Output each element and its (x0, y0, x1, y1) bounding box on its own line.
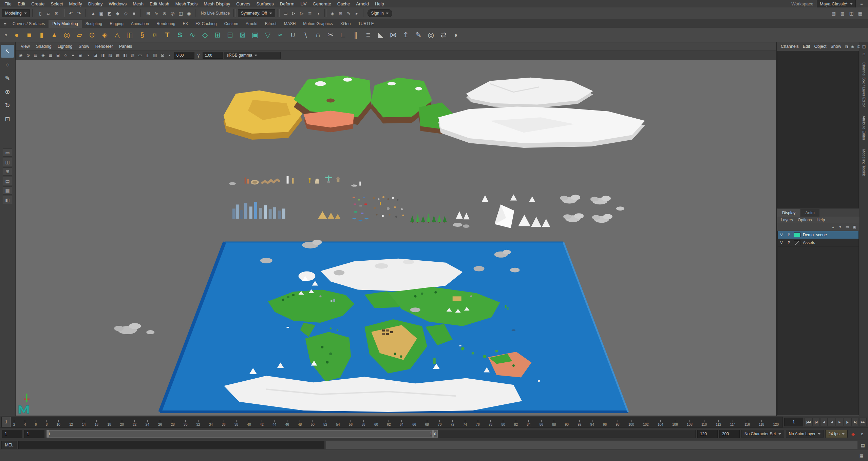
layout-custom-button[interactable]: ◧ (3, 196, 12, 204)
menu-arnold[interactable]: Arnold (353, 1, 372, 7)
pin-panel-icon[interactable]: ⊙ (861, 51, 867, 57)
timeline-tick[interactable]: 38 (234, 420, 238, 426)
timeline-tick[interactable]: 76 (476, 420, 480, 426)
menu-mesh[interactable]: Mesh (130, 1, 147, 7)
fps-selector[interactable]: 24 fps (825, 430, 848, 438)
vp-menu-panels[interactable]: Panels (116, 43, 135, 49)
select-tool[interactable]: ↖ (1, 45, 14, 58)
paint-effects-icon[interactable]: ✎ (345, 9, 353, 17)
snap-view-plane-icon[interactable]: ◫ (177, 9, 185, 17)
timeline-tick[interactable]: 22 (133, 420, 136, 426)
smooth-button[interactable]: ≈ (275, 29, 286, 40)
playback-start-field[interactable]: 1 (24, 430, 44, 438)
command-language-toggle[interactable]: MEL (1, 441, 17, 449)
range-start-handle[interactable] (46, 430, 49, 438)
render-current-frame-icon[interactable]: ⊳ (290, 9, 298, 17)
gamma-field[interactable]: 1.00 (203, 52, 223, 59)
type-tool-button[interactable]: T (162, 29, 173, 40)
cb-menu-channels[interactable]: Channels (779, 43, 801, 49)
layer-playback-toggle[interactable]: P (785, 241, 793, 245)
channel-box-empty-area[interactable] (777, 51, 859, 208)
textured-icon[interactable]: ▣ (77, 52, 84, 59)
timeline-tick[interactable]: 28 (171, 420, 175, 426)
vp-menu-show[interactable]: Show (76, 43, 92, 49)
menu-edit-mesh[interactable]: Edit Mesh (147, 1, 172, 7)
reduce-button[interactable]: ▽ (262, 29, 273, 40)
select-mask-edge-icon[interactable]: ◇ (122, 9, 130, 17)
camera-attributes-icon[interactable]: ▤ (32, 52, 39, 59)
step-back-key-button[interactable]: |◀ (812, 418, 820, 426)
bridge-button[interactable]: ⋈ (388, 29, 399, 40)
svg-tool-button[interactable]: S (174, 29, 185, 40)
animation-preferences-icon[interactable]: ¤ (858, 430, 866, 438)
redo-icon[interactable]: ↷ (75, 9, 83, 17)
layer-tab-display[interactable]: Display (777, 209, 800, 217)
side-tab-modeling-toolkit[interactable]: Modeling Toolkit (862, 147, 866, 178)
poly-torus-button[interactable]: ◎ (61, 29, 72, 40)
timeline-ruler[interactable]: 2 4 6 8 10 12 (1, 417, 783, 427)
extrude-button[interactable]: ↥ (400, 29, 411, 40)
timeline-tick[interactable]: 64 (400, 420, 403, 426)
extract-button[interactable]: ⊠ (237, 29, 248, 40)
shelf-tab-sculpting[interactable]: Sculpting (82, 20, 106, 28)
timeline-tick[interactable]: 2 (13, 420, 15, 426)
lone-cloud[interactable] (114, 323, 154, 334)
menu-mesh-tools[interactable]: Mesh Tools (172, 1, 201, 7)
motion-blur-icon[interactable]: ▨ (107, 52, 114, 59)
shelf-tab-fx[interactable]: FX (179, 20, 192, 28)
cb-menu-show[interactable]: Show (829, 43, 843, 49)
step-forward-key-button[interactable]: ▶| (851, 418, 859, 426)
quad-draw-button[interactable]: ✎ (413, 29, 424, 40)
shelf-tab-bifrost[interactable]: Bifrost (261, 20, 280, 28)
timeline-tick[interactable]: 88 (552, 420, 556, 426)
timeline-tick[interactable]: 44 (272, 420, 276, 426)
world-map-model[interactable] (160, 240, 628, 412)
menu-cache[interactable]: Cache (334, 1, 353, 7)
timeline-tick[interactable]: 82 (514, 420, 518, 426)
new-scene-icon[interactable]: ▯ (37, 9, 44, 17)
timeline-tick[interactable]: 6 (35, 420, 37, 426)
save-scene-icon[interactable]: ⊡ (53, 9, 60, 17)
shelf-tab-fx-caching[interactable]: FX Caching (192, 20, 221, 28)
layout-hypershade-button[interactable]: ▦ (3, 186, 12, 195)
lights-icon[interactable]: ◑ (84, 52, 91, 59)
ipr-render-icon[interactable]: ▷ (298, 9, 306, 17)
timeline-tick[interactable]: 20 (120, 420, 124, 426)
asset-trees[interactable] (410, 213, 447, 223)
toggle-channel-box-icon[interactable]: ▦ (856, 9, 864, 17)
layer-name[interactable]: Demo_scene (801, 233, 827, 237)
combine-button[interactable]: ⊞ (212, 29, 223, 40)
workspace-selector[interactable]: Maya Classic* (817, 0, 856, 8)
timeline-tick[interactable]: 58 (361, 420, 365, 426)
timeline-tick[interactable]: 30 (184, 420, 187, 426)
shelf-tab-motion-graphics[interactable]: Motion Graphics (299, 20, 336, 28)
select-camera-icon[interactable]: ◉ (17, 52, 24, 59)
asset-animals[interactable] (373, 196, 404, 218)
rotate-tool[interactable]: ↻ (1, 99, 14, 112)
shelf-options-icon[interactable]: ¤ (2, 31, 10, 39)
terrain-yellow-island[interactable] (224, 91, 302, 140)
sign-in-button[interactable]: Sign In (367, 9, 392, 17)
step-back-frame-button[interactable]: ◀| (820, 418, 828, 426)
viewport-canvas[interactable] (16, 60, 776, 416)
poly-pipe-button[interactable]: ◫ (124, 29, 135, 40)
auto-keyframe-toggle[interactable]: ◆ (849, 430, 857, 438)
asset-vehicles[interactable] (351, 182, 369, 222)
sweep-mesh-button[interactable]: ∿ (187, 29, 198, 40)
boolean-difference-button[interactable]: ∖ (300, 29, 311, 40)
layer-color-swatch[interactable] (794, 240, 800, 245)
timeline-tick[interactable]: 114 (730, 420, 736, 426)
shelf-tab-rigging[interactable]: Rigging (106, 20, 127, 28)
shelf-tab-arnold[interactable]: Arnold (242, 20, 261, 28)
move-tool[interactable]: ⊕ (1, 85, 14, 98)
timeline-tick[interactable]: 108 (687, 420, 693, 426)
timeline-tick[interactable]: 32 (196, 420, 200, 426)
lasso-tool[interactable]: ◌ (1, 58, 14, 71)
character-set-selector[interactable]: No Character Set (741, 430, 784, 438)
vp-menu-lighting[interactable]: Lighting (55, 43, 76, 49)
menu-windows[interactable]: Windows (106, 1, 130, 7)
toggle-modeling-toolkit-icon[interactable]: ▧ (830, 9, 837, 17)
go-to-start-button[interactable]: |◀◀ (805, 418, 812, 426)
vp-menu-view[interactable]: View (18, 43, 33, 49)
timeline-tick[interactable]: 42 (260, 420, 264, 426)
